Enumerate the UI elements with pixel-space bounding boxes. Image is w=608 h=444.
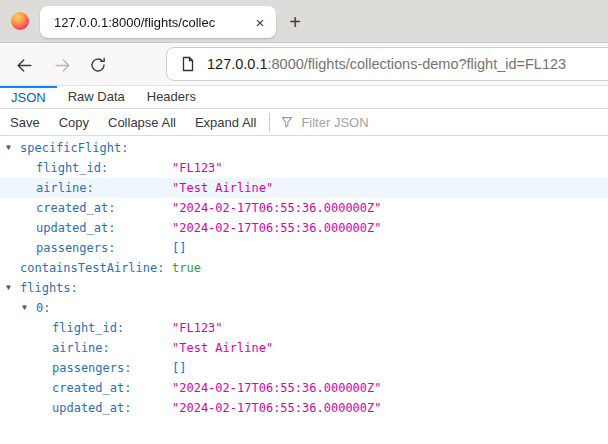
json-value: []	[172, 358, 608, 378]
page-icon	[180, 56, 196, 72]
save-button[interactable]: Save	[10, 115, 40, 130]
json-value: "2024-02-17T06:55:36.000000Z"	[172, 218, 608, 238]
expand-all-button[interactable]: Expand All	[195, 115, 256, 130]
url-bar[interactable]: 127.0.0.1:8000/flights/collections-demo?…	[166, 47, 608, 81]
json-key: passengers:	[0, 238, 172, 258]
json-key: flight_id:	[0, 158, 172, 178]
forward-button	[50, 53, 74, 77]
url-text: 127.0.0.1:8000/flights/collections-demo?…	[207, 56, 566, 72]
json-row[interactable]: ▼specificFlight:	[0, 138, 608, 158]
json-key: airline:	[0, 338, 172, 358]
json-row: airline:"Test Airline"	[0, 338, 608, 358]
json-key: created_at:	[0, 378, 172, 398]
new-tab-button[interactable]: +	[281, 8, 309, 36]
viewer-tabs: JSONRaw DataHeaders	[0, 86, 608, 109]
expander-icon[interactable]: ▼	[6, 138, 11, 158]
json-key: updated_at:	[0, 398, 172, 418]
json-row[interactable]: ▼0:	[0, 298, 608, 318]
json-key: airline:	[0, 178, 172, 198]
json-value: "2024-02-17T06:55:36.000000Z"	[172, 398, 608, 418]
collapse-all-button[interactable]: Collapse All	[108, 115, 176, 130]
json-row: containsTestAirline:true	[0, 258, 608, 278]
expander-icon[interactable]: ▼	[22, 298, 27, 318]
json-key: ▼0:	[0, 298, 172, 318]
tab-json[interactable]: JSON	[0, 86, 57, 108]
json-key: created_at:	[0, 198, 172, 218]
json-value: "Test Airline"	[172, 338, 608, 358]
json-row: passengers:[]	[0, 238, 608, 258]
json-row: passengers:[]	[0, 358, 608, 378]
json-key: containsTestAirline:	[0, 258, 172, 278]
json-row: updated_at:"2024-02-17T06:55:36.000000Z"	[0, 398, 608, 418]
json-value: "FL123"	[172, 318, 608, 338]
json-value: "FL123"	[172, 158, 608, 178]
json-value	[172, 138, 608, 158]
url-path: :8000/flights/collections-demo?flight_id…	[267, 56, 566, 72]
firefox-logo-icon[interactable]	[11, 12, 29, 30]
viewer-toolbar: SaveCopyCollapse AllExpand All	[0, 109, 608, 136]
tab-close-icon[interactable]: ×	[249, 11, 271, 33]
back-button[interactable]	[12, 53, 36, 77]
json-row: updated_at:"2024-02-17T06:55:36.000000Z"	[0, 218, 608, 238]
copy-button[interactable]: Copy	[59, 115, 89, 130]
url-host: 127.0.0.1	[207, 56, 267, 72]
json-key: passengers:	[0, 358, 172, 378]
tab-title: 127.0.0.1:8000/flights/collec	[40, 15, 249, 30]
json-value: true	[172, 258, 608, 278]
json-row[interactable]: ▼flights:	[0, 278, 608, 298]
tab-raw-data[interactable]: Raw Data	[57, 86, 136, 108]
json-key: ▼specificFlight:	[0, 138, 172, 158]
expander-icon[interactable]: ▼	[6, 278, 11, 298]
json-row: flight_id:"FL123"	[0, 158, 608, 178]
browser-nav-bar: 127.0.0.1:8000/flights/collections-demo?…	[0, 43, 608, 86]
browser-tab-bar: 127.0.0.1:8000/flights/collec × +	[0, 0, 608, 43]
browser-tab[interactable]: 127.0.0.1:8000/flights/collec ×	[40, 6, 276, 38]
json-row: created_at:"2024-02-17T06:55:36.000000Z"	[0, 378, 608, 398]
filter-json-input[interactable]	[301, 115, 608, 130]
filter-funnel-icon	[280, 115, 294, 129]
json-value: "Test Airline"	[172, 178, 608, 198]
reload-button[interactable]	[86, 53, 110, 77]
json-row: flight_id:"FL123"	[0, 318, 608, 338]
json-key: flight_id:	[0, 318, 172, 338]
toolbar-buttons: SaveCopyCollapse AllExpand All	[10, 115, 275, 130]
json-key: ▼flights:	[0, 278, 172, 298]
json-row: airline:"Test Airline"	[0, 178, 608, 198]
filter-wrap	[280, 115, 608, 130]
json-value: "2024-02-17T06:55:36.000000Z"	[172, 198, 608, 218]
toolbar-separator	[269, 113, 270, 132]
tab-headers[interactable]: Headers	[136, 86, 207, 108]
json-value: "2024-02-17T06:55:36.000000Z"	[172, 378, 608, 398]
json-key: updated_at:	[0, 218, 172, 238]
json-value	[172, 278, 608, 298]
json-value	[172, 298, 608, 318]
json-value: []	[172, 238, 608, 258]
json-tree: ▼specificFlight:flight_id:"FL123"airline…	[0, 136, 608, 418]
json-row: created_at:"2024-02-17T06:55:36.000000Z"	[0, 198, 608, 218]
